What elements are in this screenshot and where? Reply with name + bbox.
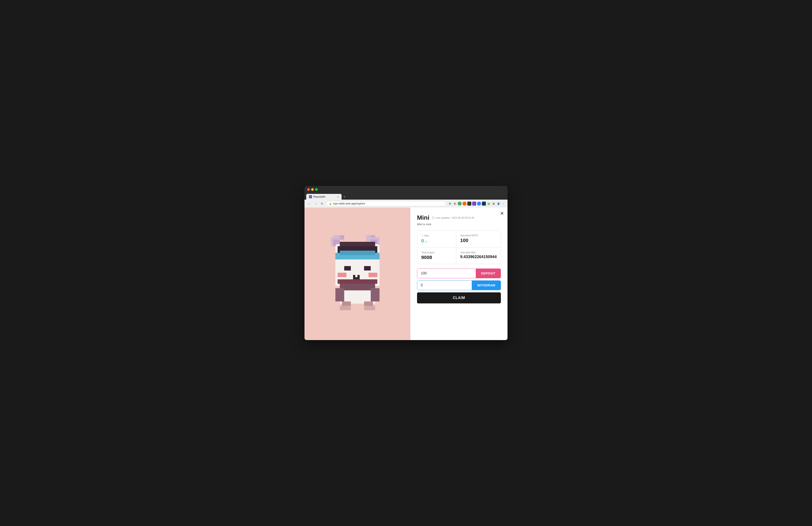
svg-rect-28 bbox=[364, 306, 375, 310]
traffic-lights bbox=[307, 188, 318, 191]
minimize-traffic-light[interactable] bbox=[311, 188, 314, 191]
nft-image-panel bbox=[304, 208, 410, 340]
svg-rect-29 bbox=[338, 279, 377, 284]
svg-rect-20 bbox=[355, 277, 360, 279]
refresh-button[interactable]: ↻ bbox=[320, 201, 324, 206]
detail-panel: ✕ Mini 🕐 Last updated : 2022-09-26 00:51… bbox=[410, 208, 508, 340]
svg-rect-16 bbox=[338, 273, 346, 277]
likes-label: ♡ Mini bbox=[421, 234, 452, 237]
clock-icon: 🕐 bbox=[432, 216, 435, 219]
likes-value-row: 0 (-) bbox=[421, 238, 452, 244]
deposited-stat-cell: deposited REPU 100 bbox=[456, 230, 501, 247]
address-bar[interactable]: 🔒 repu-table.web.app/explore bbox=[326, 201, 446, 206]
tab-favicon: R bbox=[309, 195, 312, 198]
svg-rect-1 bbox=[340, 235, 344, 240]
browser-content: ✕ Mini 🕐 Last updated : 2022-09-26 00:51… bbox=[304, 208, 508, 340]
browser-titlebar bbox=[304, 186, 508, 193]
svg-rect-18 bbox=[353, 275, 355, 279]
lock-icon: 🔒 bbox=[329, 202, 332, 205]
ext-icon-menu[interactable]: ⋮ bbox=[501, 202, 505, 205]
withdraw-action-row: WITHDRAW bbox=[417, 281, 501, 290]
deposit-input[interactable] bbox=[417, 269, 476, 278]
svg-rect-22 bbox=[340, 284, 375, 290]
claimable-stat-cell: claimable Mini 9.433962264150944 bbox=[456, 247, 501, 264]
ext-icon-4[interactable] bbox=[463, 202, 466, 205]
claimable-label: claimable Mini bbox=[460, 251, 497, 254]
back-button[interactable]: ← bbox=[307, 201, 311, 206]
last-updated: 🕐 Last updated : 2022-09-26 00:51:20 bbox=[432, 216, 474, 219]
tab-close-icon[interactable]: ✕ bbox=[337, 196, 339, 198]
deposit-action-row: DEPOSIT bbox=[417, 269, 501, 278]
active-tab[interactable]: R Reputable ✕ bbox=[306, 194, 342, 200]
svg-rect-14 bbox=[344, 266, 351, 270]
ext-icon-2[interactable]: ★ bbox=[453, 202, 457, 205]
deposit-button[interactable]: DEPOSIT bbox=[476, 269, 501, 278]
svg-rect-12 bbox=[340, 251, 375, 255]
ext-icon-7[interactable] bbox=[477, 202, 481, 205]
browser-extensions: ⬆ ★ K 🧩 ⊞ 👤 ⋮ bbox=[448, 202, 505, 205]
withdraw-button[interactable]: WITHDRAW bbox=[472, 281, 501, 290]
forward-button[interactable]: → bbox=[313, 201, 318, 206]
url-text: repu-table.web.app/explore bbox=[333, 202, 365, 205]
heart-icon: ♡ bbox=[421, 234, 424, 237]
likes-stat-cell: ♡ Mini 0 (-) bbox=[417, 230, 456, 247]
svg-rect-24 bbox=[371, 288, 379, 301]
browser-window: R Reputable ✕ + ← → ↻ 🔒 repu-table.web.a… bbox=[304, 186, 508, 340]
close-button[interactable]: ✕ bbox=[500, 211, 504, 216]
deposited-value: 100 bbox=[460, 238, 497, 243]
nft-description: Mini is mini bbox=[417, 223, 501, 226]
claim-button[interactable]: CLAIM bbox=[417, 293, 501, 303]
likes-value: 0 bbox=[421, 238, 424, 244]
browser-tab-bar: R Reputable ✕ + bbox=[304, 193, 508, 200]
svg-rect-23 bbox=[335, 288, 344, 301]
svg-rect-17 bbox=[368, 273, 377, 277]
supply-stat-cell: Total Supply 9008 bbox=[417, 247, 456, 264]
ext-icon-5[interactable] bbox=[467, 202, 471, 205]
supply-value: 9008 bbox=[421, 255, 452, 260]
nft-title: Mini bbox=[417, 214, 430, 221]
ext-icon-1[interactable]: ⬆ bbox=[448, 202, 452, 205]
stats-card: ♡ Mini 0 (-) deposited REPU 100 bbox=[417, 230, 501, 264]
supply-label: Total Supply bbox=[421, 251, 452, 254]
withdraw-input[interactable] bbox=[417, 281, 472, 290]
close-traffic-light[interactable] bbox=[307, 188, 310, 191]
deposited-label: deposited REPU bbox=[460, 234, 497, 237]
ext-icon-6[interactable] bbox=[472, 202, 476, 205]
svg-rect-27 bbox=[340, 306, 351, 310]
ext-icon-8[interactable]: K bbox=[482, 202, 486, 205]
likes-sub: (-) bbox=[425, 240, 427, 243]
tab-title: Reputable bbox=[313, 195, 325, 198]
browser-navbar: ← → ↻ 🔒 repu-table.web.app/explore ⬆ ★ K… bbox=[304, 200, 508, 208]
ext-icon-puzzle[interactable]: 🧩 bbox=[487, 202, 491, 205]
maximize-traffic-light[interactable] bbox=[315, 188, 318, 191]
new-tab-button[interactable]: + bbox=[342, 194, 347, 200]
claimable-value: 9.433962264150944 bbox=[460, 255, 497, 259]
ext-icon-3[interactable] bbox=[458, 202, 462, 205]
nft-pixel-art bbox=[327, 235, 388, 312]
nft-title-row: Mini 🕐 Last updated : 2022-09-26 00:51:2… bbox=[417, 214, 501, 221]
last-updated-text: Last updated : 2022-09-26 00:51:20 bbox=[436, 216, 474, 219]
svg-rect-15 bbox=[364, 266, 371, 270]
ext-icon-profile[interactable]: 👤 bbox=[496, 202, 501, 205]
ext-icon-grid[interactable]: ⊞ bbox=[492, 202, 496, 205]
